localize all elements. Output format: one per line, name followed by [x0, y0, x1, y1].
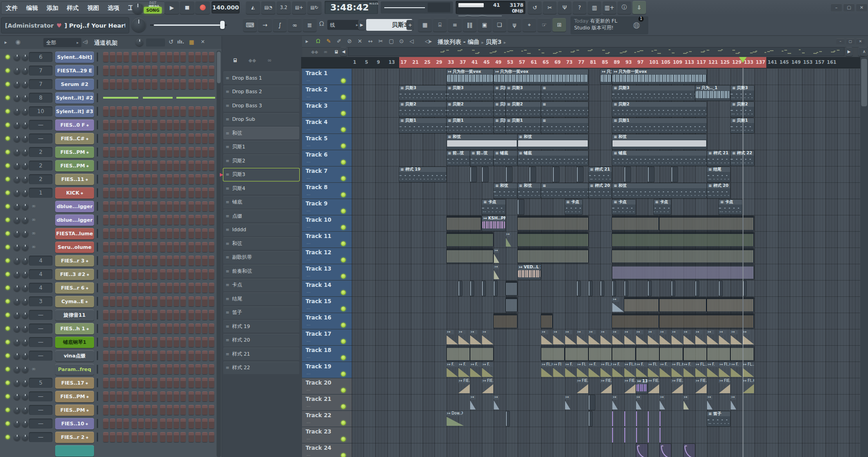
- step-cell[interactable]: [195, 228, 201, 238]
- clip-fade[interactable]: ↦ FIE..2: [458, 379, 470, 394]
- step-cell[interactable]: [160, 310, 165, 320]
- playback-toggle-icon[interactable]: ◁▸: [425, 38, 432, 44]
- step-cell[interactable]: [202, 432, 208, 442]
- step-cell[interactable]: [195, 378, 201, 388]
- channel-button[interactable]: FIES..r 6 ◆: [55, 282, 94, 294]
- step-cell[interactable]: [195, 405, 201, 415]
- track-header[interactable]: Track 14...: [302, 281, 352, 297]
- pattern-item[interactable]: ≡和弦: [223, 237, 299, 250]
- channel-mute-led[interactable]: [5, 272, 10, 276]
- channel-pan-knob[interactable]: [14, 298, 20, 305]
- clip-fade[interactable]: ↦: [565, 395, 571, 410]
- pattern-item[interactable]: ≡结尾: [223, 292, 299, 305]
- clip-automation[interactable]: ∞: [636, 444, 647, 457]
- step-cell[interactable]: [209, 147, 214, 157]
- step-cell[interactable]: [189, 133, 194, 143]
- clip-fade[interactable]: ↦ FI..6: [743, 379, 754, 394]
- step-cell[interactable]: [167, 242, 172, 252]
- step-cell[interactable]: [167, 106, 172, 116]
- step-cell[interactable]: [209, 242, 214, 252]
- track-header[interactable]: Track 7...: [302, 167, 352, 183]
- step-cell[interactable]: [123, 106, 129, 116]
- clip[interactable]: [660, 297, 707, 312]
- step-cell[interactable]: [202, 310, 208, 320]
- track-led[interactable]: [341, 306, 346, 311]
- clip-fade[interactable]: ↦: [648, 330, 659, 345]
- channel-pan-knob[interactable]: [14, 217, 20, 224]
- step-cell[interactable]: [152, 52, 157, 62]
- step-cell[interactable]: [167, 133, 172, 143]
- channel-button[interactable]: FIES..PM ◆: [55, 147, 94, 158]
- step-cell[interactable]: [110, 378, 115, 388]
- track-header[interactable]: Track 18...: [302, 346, 352, 362]
- step-cell[interactable]: [103, 201, 108, 211]
- step-cell[interactable]: [174, 147, 179, 157]
- mixer-track-number[interactable]: —: [29, 405, 52, 415]
- clip[interactable]: [636, 346, 659, 361]
- clip-mini[interactable]: [577, 167, 583, 182]
- clip-mini[interactable]: [577, 281, 580, 296]
- step-cell[interactable]: [209, 405, 214, 415]
- track-led[interactable]: [341, 209, 346, 214]
- clip-mini[interactable]: [494, 281, 497, 296]
- step-cell[interactable]: [103, 405, 108, 415]
- clip[interactable]: [565, 346, 588, 361]
- channel-filter-selector[interactable]: 全部▸: [43, 38, 81, 47]
- step-cell[interactable]: [132, 269, 137, 279]
- pitch-panel[interactable]: [381, 1, 453, 14]
- mixer-track-number[interactable]: —: [29, 432, 52, 442]
- channel-volume-knob[interactable]: [22, 95, 28, 101]
- step-cell[interactable]: [174, 161, 179, 171]
- step-cell[interactable]: [103, 215, 108, 225]
- stop-button[interactable]: ■: [180, 1, 194, 14]
- clip[interactable]: ≡ 贝斯2: [506, 102, 541, 117]
- step-cell[interactable]: [138, 188, 144, 198]
- clip[interactable]: ≡ 贝斯3: [506, 86, 541, 100]
- step-cell[interactable]: [160, 161, 165, 171]
- channel-mute-led[interactable]: [5, 408, 10, 412]
- clip[interactable]: [707, 346, 730, 361]
- track-led[interactable]: [341, 241, 346, 246]
- mixer-track-number[interactable]: —: [29, 351, 52, 361]
- step-cell[interactable]: [160, 364, 165, 374]
- step-cell[interactable]: [167, 147, 172, 157]
- channel-volume-knob[interactable]: [22, 203, 28, 210]
- channel-volume-knob[interactable]: [22, 366, 28, 373]
- step-cell[interactable]: [132, 296, 137, 306]
- step-cell[interactable]: [110, 324, 115, 333]
- step-cell[interactable]: [195, 310, 201, 320]
- step-cell[interactable]: [202, 324, 208, 333]
- step-cell[interactable]: [195, 269, 201, 279]
- step-cell[interactable]: [117, 242, 122, 252]
- step-cell[interactable]: [195, 215, 201, 225]
- step-cell[interactable]: [110, 201, 115, 211]
- step-cell[interactable]: [132, 256, 137, 266]
- step-cell[interactable]: [174, 324, 179, 333]
- channel-mute-led[interactable]: [5, 204, 10, 209]
- step-cell[interactable]: [123, 296, 129, 306]
- track-options[interactable]: ...: [307, 354, 311, 359]
- track-options[interactable]: ...: [307, 387, 311, 391]
- menu-item-5[interactable]: 选项: [108, 4, 119, 12]
- clip[interactable]: ≡ 贝斯2: [612, 102, 707, 117]
- step-cell[interactable]: [152, 296, 157, 306]
- step-cell[interactable]: [110, 364, 115, 374]
- mixer-track-number[interactable]: —: [29, 419, 52, 428]
- channel-button[interactable]: Sylent..it] #2: [55, 92, 94, 104]
- channel-mute-strip[interactable]: [97, 338, 98, 347]
- step-cell[interactable]: [138, 215, 144, 225]
- master-volume-handle[interactable]: [220, 21, 225, 29]
- clip[interactable]: ≡ 贝斯3: [399, 86, 446, 100]
- step-cell[interactable]: [110, 147, 115, 157]
- channel-mute-led[interactable]: [5, 190, 10, 195]
- detach-icon[interactable]: ▸: [306, 38, 308, 44]
- tap-tempo-icon[interactable]: ⌖: [523, 18, 536, 32]
- track-options[interactable]: ...: [307, 338, 311, 343]
- step-cell[interactable]: [167, 378, 172, 388]
- playlist-vscrollbar-thumb[interactable]: [861, 59, 867, 106]
- step-cell[interactable]: [160, 201, 165, 211]
- pattern-item[interactable]: ≡ldddd: [223, 224, 299, 236]
- step-cell[interactable]: [167, 337, 172, 347]
- step-cell[interactable]: [209, 256, 214, 266]
- step-cell[interactable]: [123, 405, 129, 415]
